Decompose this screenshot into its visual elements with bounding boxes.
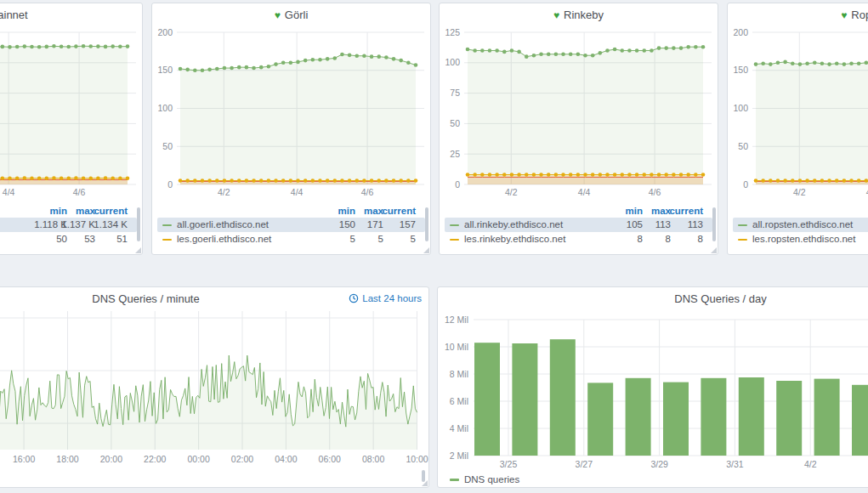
legend-scrollbar[interactable] — [425, 207, 428, 241]
panel-resize-handle[interactable] — [135, 247, 141, 253]
series-current: 8 — [698, 232, 703, 246]
series-current: 1.134 K — [94, 218, 128, 232]
svg-text:200: 200 — [733, 27, 748, 37]
svg-text:04:00: 04:00 — [275, 454, 297, 464]
svg-text:4/6: 4/6 — [73, 187, 86, 197]
svg-text:4/2: 4/2 — [793, 187, 806, 197]
series-name[interactable]: les.ropsten.ethdisco.net — [752, 232, 855, 246]
series-color-dash — [738, 224, 747, 226]
dns-day-chart[interactable]: 2 Mil4 Mil6 Mil8 Mil10 Mil12 Mil3/253/27… — [438, 287, 868, 471]
mainnet-chart[interactable]: 4/24/44/6 — [0, 3, 144, 203]
legend-scrollbar[interactable] — [137, 207, 140, 241]
svg-text:125: 125 — [445, 27, 460, 37]
legend-row[interactable]: les.rinkeby.ethdisco.net 8 8 8 — [445, 232, 712, 246]
panel-resize-handle[interactable] — [422, 480, 428, 486]
legend-dns-queries[interactable]: DNS queries — [450, 474, 519, 484]
svg-text:100: 100 — [733, 103, 748, 113]
series-max: 8 — [666, 232, 671, 246]
series-name[interactable]: all.ropsten.ethdisco.net — [752, 218, 853, 232]
ropsten-chart[interactable]: 0501001502004/24/44/6 — [728, 3, 868, 203]
panel-resize-handle[interactable] — [711, 247, 717, 253]
legend-row[interactable]: all.rinkeby.ethdisco.net 105 113 113 — [445, 218, 712, 232]
series-current: 51 — [116, 232, 128, 246]
series-min: 5 — [350, 232, 355, 246]
series-name[interactable]: all.rinkeby.ethdisco.net — [464, 218, 563, 232]
svg-text:200: 200 — [157, 27, 173, 37]
legend-sort-max[interactable]: max — [364, 205, 383, 218]
series-name[interactable]: all.goerli.ethdisco.net — [177, 218, 269, 232]
green-heart-icon: ♥ — [275, 9, 281, 21]
time-range-label: Last 24 hours — [362, 293, 422, 303]
panel-dns-queries-day: DNS Queries / day 2 Mil4 Mil6 Mil8 Mil10… — [437, 286, 868, 488]
time-range-control[interactable]: Last 24 hours — [349, 293, 422, 303]
rinkeby-chart[interactable]: 02550751001254/24/44/6 — [440, 3, 719, 203]
series-color-dash — [738, 239, 747, 241]
panel-title-mainnet[interactable]: ♥Mainnet — [0, 8, 142, 21]
clock-icon — [349, 293, 359, 303]
svg-text:00:00: 00:00 — [187, 454, 209, 464]
svg-text:02:00: 02:00 — [231, 454, 253, 464]
svg-text:4 Mil: 4 Mil — [450, 423, 468, 434]
panel-title-goerli[interactable]: ♥Görli — [152, 8, 430, 21]
series-min: 105 — [627, 218, 643, 232]
panel-title-rinkeby[interactable]: ♥Rinkeby — [440, 8, 718, 21]
legend-rinkeby: min max current all.rinkeby.ethdisco.net… — [445, 205, 712, 246]
legend-sort-min[interactable]: min — [626, 205, 643, 218]
series-color-dash — [450, 224, 459, 226]
svg-text:4/4: 4/4 — [578, 187, 591, 197]
svg-text:16:00: 16:00 — [13, 454, 35, 464]
legend-sort-current[interactable]: current — [382, 205, 416, 218]
series-name[interactable]: les.rinkeby.ethdisco.net — [464, 232, 565, 246]
panel-mainnet: ♥Mainnet 4/24/44/6 min max current all.m… — [0, 3, 143, 255]
goerli-chart[interactable]: 0501001502004/24/44/6 — [152, 3, 432, 203]
legend-sort-current[interactable]: current — [94, 205, 128, 218]
svg-text:150: 150 — [733, 65, 748, 75]
series-max: 5 — [378, 232, 383, 246]
panel-ropsten: ♥Ropsten 0501001502004/24/44/6 min max c… — [727, 3, 868, 255]
svg-text:6 Mil: 6 Mil — [450, 396, 468, 406]
legend-sort-min[interactable]: min — [50, 205, 67, 218]
svg-text:25: 25 — [450, 149, 460, 159]
legend-header: min max current — [157, 205, 425, 218]
legend-sort-max[interactable]: max — [651, 205, 671, 218]
svg-text:50: 50 — [162, 141, 173, 151]
series-max: 53 — [84, 232, 95, 246]
panel-dns-queries-minute: DNS Queries / minute Last 24 hours 16:00… — [0, 286, 429, 488]
svg-text:3/29: 3/29 — [650, 459, 668, 469]
legend-sort-min[interactable]: min — [338, 205, 355, 218]
panel-resize-handle[interactable] — [423, 247, 429, 253]
legend-row[interactable]: all.mainnet.ethdisco.net 1.118 K 1.137 K… — [0, 218, 137, 232]
series-min: 150 — [339, 218, 355, 232]
panel-title-ropsten[interactable]: ♥Ropsten — [728, 8, 868, 21]
legend-header: min max current — [733, 205, 868, 218]
svg-text:10:00: 10:00 — [406, 454, 428, 464]
legend-header: min max current — [0, 205, 137, 218]
svg-text:0: 0 — [743, 179, 748, 190]
panel-title-dns-day[interactable]: DNS Queries / day — [438, 292, 868, 305]
legend-row[interactable]: les.mainnet.ethdisco.net 50 53 51 — [0, 232, 137, 246]
legend-sort-max[interactable]: max — [76, 205, 95, 218]
dns-minute-chart[interactable]: 16:0018:0020:0022:0000:0002:0004:0006:00… — [0, 287, 430, 471]
svg-text:150: 150 — [157, 65, 173, 75]
series-current: 5 — [411, 232, 416, 246]
series-max: 171 — [367, 218, 383, 232]
svg-text:3/25: 3/25 — [500, 459, 518, 469]
svg-text:4/2: 4/2 — [505, 187, 518, 197]
legend-row[interactable]: all.ropsten.ethdisco.net — [733, 218, 868, 232]
panel-title-label: DNS Queries / minute — [92, 292, 199, 305]
series-current: 157 — [400, 218, 416, 232]
legend-scrollbar[interactable] — [712, 207, 716, 241]
panel-title-label: DNS Queries / day — [674, 292, 766, 305]
series-name[interactable]: les.goerli.ethdisco.net — [177, 232, 271, 246]
svg-text:4/6: 4/6 — [361, 187, 374, 197]
series-color-dash — [450, 479, 459, 481]
legend-sort-current[interactable]: current — [669, 205, 703, 218]
svg-text:50: 50 — [450, 118, 460, 128]
legend-row[interactable]: les.ropsten.ethdisco.net — [733, 232, 868, 246]
legend-row[interactable]: les.goerli.ethdisco.net 5 5 5 — [157, 232, 425, 246]
series-color-dash — [450, 239, 459, 241]
legend-row[interactable]: all.goerli.ethdisco.net 150 171 157 — [157, 218, 425, 232]
svg-text:3/27: 3/27 — [576, 459, 593, 469]
svg-text:3/31: 3/31 — [726, 459, 744, 469]
svg-text:75: 75 — [450, 88, 460, 98]
